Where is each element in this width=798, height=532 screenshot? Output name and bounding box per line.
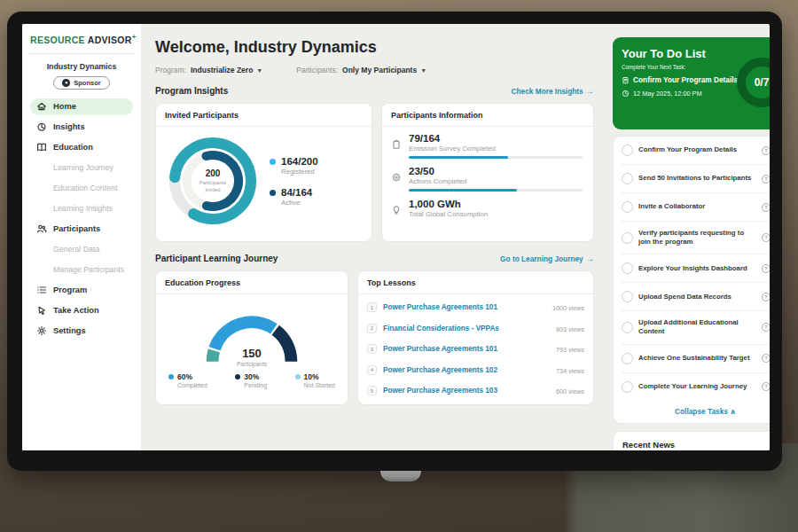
pending-label: Pending bbox=[244, 382, 267, 388]
invited-card-body: 200 Participants Invited 164/200 Registe bbox=[156, 127, 372, 227]
clipboard-icon bbox=[622, 76, 630, 84]
top-lessons-card: Top Lessons 1 Power Purchase Agreements … bbox=[357, 270, 594, 405]
help-icon[interactable]: ? bbox=[762, 264, 770, 273]
lesson-row: 4 Power Purchase Agreements 102 734views bbox=[367, 360, 584, 381]
todo-checkbox[interactable] bbox=[622, 291, 633, 302]
sponsor-badge[interactable]: ● Sponsor bbox=[53, 76, 110, 90]
program-filter-label: Program: bbox=[155, 66, 186, 74]
sidebar-item-general-data[interactable]: General Data bbox=[30, 241, 133, 258]
gauge-total-label: Participants bbox=[195, 361, 309, 367]
lesson-views: 1000 bbox=[552, 304, 567, 312]
todo-list-card: Confirm Your Program Details ? › Send 50… bbox=[613, 136, 770, 424]
help-icon[interactable]: ? bbox=[762, 354, 770, 363]
sidebar-item-take-action[interactable]: Take Action bbox=[30, 302, 133, 319]
clock-icon bbox=[622, 90, 630, 98]
lesson-link[interactable]: Power Purchase Agreements 103 bbox=[383, 387, 548, 395]
sidebar-item-label: Home bbox=[53, 102, 76, 111]
filter-bar: Program:Industrialize Zero▼ Participants… bbox=[155, 66, 594, 74]
participants-filter[interactable]: Participants:Only My Participants▼ bbox=[296, 66, 426, 74]
legend-not-started: 10% Not Started bbox=[295, 372, 335, 388]
lesson-link[interactable]: Power Purchase Agreements 101 bbox=[383, 303, 544, 311]
participants-information-card: Participants Information 79/164 Emission… bbox=[381, 103, 594, 242]
invited-legend: 164/200 Registered 84/164 Active bbox=[270, 156, 318, 207]
legend-dot-registered bbox=[270, 159, 276, 165]
sidebar-item-education-content[interactable]: Education Content bbox=[30, 180, 133, 197]
registered-value: 164/200 bbox=[281, 156, 318, 167]
legend-dot-active bbox=[270, 190, 276, 196]
due-date-label: 12 May 2025, 12:00 PM bbox=[633, 90, 701, 98]
sidebar: RESOURCE ADVISOR+ Industry Dynamics ● Sp… bbox=[22, 24, 141, 450]
legend-completed: 60% Completed bbox=[168, 372, 207, 388]
page-title: Welcome, Industry Dynamics bbox=[155, 38, 594, 57]
sidebar-item-participants[interactable]: Participants bbox=[30, 221, 133, 238]
insights-icon bbox=[36, 121, 47, 132]
chevron-down-icon: ▼ bbox=[420, 67, 426, 74]
todo-checkbox[interactable] bbox=[622, 145, 633, 156]
sidebar-item-settings[interactable]: Settings bbox=[30, 323, 133, 340]
sidebar-item-label: Program bbox=[53, 286, 87, 294]
help-icon[interactable]: ? bbox=[762, 382, 770, 391]
lesson-row: 5 Power Purchase Agreements 103 600views bbox=[367, 380, 584, 402]
lesson-rank: 1 bbox=[367, 302, 377, 312]
legend-dot-not-started bbox=[295, 374, 301, 379]
todo-checkbox[interactable] bbox=[622, 322, 633, 333]
card-title: Participants Information bbox=[382, 104, 593, 127]
todo-checkbox[interactable] bbox=[622, 201, 633, 213]
views-suffix: views bbox=[568, 304, 584, 312]
check-more-insights-link[interactable]: Check More Insights → bbox=[512, 86, 594, 96]
help-icon[interactable]: ? bbox=[762, 293, 770, 301]
sidebar-menu: Home Insights Education Learning Journey bbox=[30, 98, 133, 340]
lesson-views: 803 bbox=[556, 325, 567, 333]
education-progress-card: Education Progress 150 Participants bbox=[155, 270, 348, 405]
todo-checkbox[interactable] bbox=[622, 173, 633, 184]
logo-resource: RESOURCE bbox=[30, 35, 85, 45]
todo-item-label: Verify participants requesting to join t… bbox=[638, 229, 756, 246]
sidebar-item-label: Participants bbox=[53, 224, 100, 233]
legend-registered: 164/200 Registered bbox=[270, 156, 318, 176]
todo-checkbox[interactable] bbox=[622, 262, 633, 274]
lesson-rank: 4 bbox=[367, 365, 377, 375]
program-filter[interactable]: Program:Industrialize Zero▼ bbox=[155, 66, 262, 74]
sidebar-item-program[interactable]: Program bbox=[30, 282, 133, 299]
recent-news-title: Recent News bbox=[622, 440, 770, 450]
sidebar-item-label: Insights bbox=[53, 122, 85, 131]
not-started-label: Not Started bbox=[304, 382, 335, 388]
todo-checkbox[interactable] bbox=[622, 232, 633, 244]
education-icon bbox=[36, 142, 47, 153]
actions-icon bbox=[391, 172, 402, 183]
help-icon[interactable]: ? bbox=[762, 323, 770, 332]
todo-item: Verify participants requesting to join t… bbox=[622, 222, 770, 254]
stat-global-consumption: 1,000 GWh Total Global Consumption bbox=[391, 199, 583, 222]
legend-pending: 30% Pending bbox=[235, 372, 267, 388]
help-icon[interactable]: ? bbox=[762, 146, 770, 155]
arrow-right-icon: → bbox=[585, 254, 594, 263]
sidebar-item-insights[interactable]: Insights bbox=[30, 119, 133, 136]
section-title: Program Insights bbox=[155, 86, 228, 96]
sidebar-item-education[interactable]: Education bbox=[30, 139, 133, 156]
lesson-link[interactable]: Power Purchase Agreements 101 bbox=[383, 345, 548, 353]
lesson-row: 1 Power Purchase Agreements 101 1000view… bbox=[367, 297, 584, 318]
sidebar-item-home[interactable]: Home bbox=[30, 98, 133, 115]
todo-item: Confirm Your Program Details ? › bbox=[622, 137, 770, 165]
stat-emission-survey: 79/164 Emission Survey Completed bbox=[391, 133, 583, 159]
completed-label: Completed bbox=[177, 382, 207, 388]
help-icon[interactable]: ? bbox=[762, 203, 770, 212]
sidebar-item-label: Education Content bbox=[53, 184, 117, 192]
lesson-rank: 3 bbox=[367, 344, 377, 354]
go-to-learning-journey-link[interactable]: Go to Learning Journey → bbox=[500, 254, 594, 263]
todo-item-label: Confirm Your Program Details bbox=[638, 145, 756, 154]
sidebar-item-learning-journey[interactable]: Learning Journey bbox=[30, 160, 133, 176]
todo-checkbox[interactable] bbox=[622, 353, 633, 364]
dashboard-screen: RESOURCE ADVISOR+ Industry Dynamics ● Sp… bbox=[22, 24, 770, 450]
lesson-link[interactable]: Power Purchase Agreements 102 bbox=[383, 366, 548, 374]
lesson-link[interactable]: Financial Considerations - VPPAs bbox=[383, 325, 548, 332]
take-action-icon bbox=[36, 305, 47, 316]
help-icon[interactable]: ? bbox=[762, 175, 770, 184]
collapse-tasks-link[interactable]: Collapse Tasks ∧ bbox=[622, 401, 770, 423]
sidebar-item-learning-insights[interactable]: Learning Insights bbox=[30, 200, 133, 217]
learning-journey-header: Participant Learning Journey Go to Learn… bbox=[155, 254, 594, 263]
program-filter-value: Industrialize Zero bbox=[191, 66, 253, 74]
help-icon[interactable]: ? bbox=[762, 233, 770, 242]
sidebar-item-manage-participants[interactable]: Manage Participants bbox=[30, 262, 133, 278]
todo-checkbox[interactable] bbox=[622, 381, 633, 393]
